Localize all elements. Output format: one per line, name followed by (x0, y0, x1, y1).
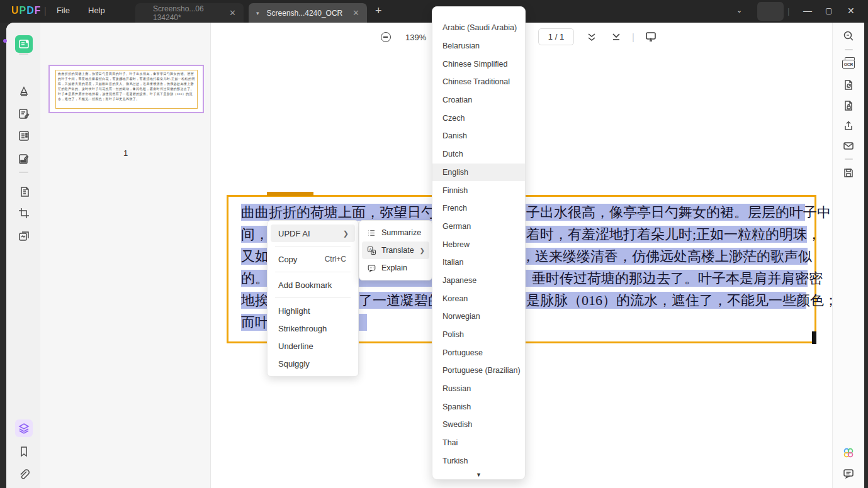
account-button[interactable]: L (757, 2, 784, 21)
maximize-button[interactable]: ▢ (825, 6, 832, 15)
close-button[interactable]: ✕ (847, 6, 855, 16)
form-tool-button[interactable] (15, 127, 33, 145)
language-option-selected[interactable]: English (432, 164, 525, 182)
page-thumbnail[interactable]: 曲曲折折的荷塘上面，弥望日勺是田田的叶子。叶子出水很高，像亭亭日勺舞女的裙。层层… (48, 65, 204, 113)
menu-item-updf-ai[interactable]: UPDF AI ❯ (271, 225, 355, 242)
language-option[interactable]: Portuguese (432, 343, 525, 362)
document-tab-inactive[interactable]: Screensho...06 134240* ✕ (135, 3, 244, 23)
language-option[interactable]: Italian (432, 253, 525, 272)
edit-pdf-button[interactable] (15, 105, 33, 123)
email-icon[interactable] (841, 138, 856, 153)
share-icon[interactable] (841, 118, 856, 133)
language-option[interactable]: Russian (432, 380, 525, 398)
submenu-item-translate[interactable]: A Translate ❯ (362, 241, 429, 259)
organize-pages-button[interactable] (15, 183, 33, 201)
language-option[interactable]: German (432, 218, 525, 236)
language-option[interactable]: Croatian (432, 91, 525, 109)
text-fragment: 着时，有羞涩地打着朵儿时;正如一粒粒的明珠， (526, 226, 821, 242)
new-tab-button[interactable]: + (375, 4, 382, 18)
text-fragment: ，送来缕缕清香，仿佛远处高楼上渺茫的歌声似 (521, 248, 812, 264)
feedback-comment-icon[interactable] (841, 466, 856, 481)
save-icon[interactable] (841, 165, 856, 180)
stamp-tool-button[interactable] (15, 227, 33, 245)
single-page-scroll-icon[interactable] (610, 31, 623, 43)
menu-divider (275, 297, 351, 298)
text-fragment: 曲曲折折的荷塘上面，弥望日勺是 (241, 204, 449, 220)
language-option[interactable]: Hebrew (432, 235, 525, 253)
language-option[interactable]: Korean (432, 289, 525, 308)
menu-item-strikethrough[interactable]: Strikethrough (271, 319, 355, 337)
document-tab-active[interactable]: ▾ Screensh...4240_OCR ✕ (249, 3, 367, 23)
menu-item-highlight[interactable]: Highlight (271, 302, 355, 319)
submenu-item-explain[interactable]: Explain (362, 259, 429, 277)
text-fragment: 子出水很高，像亭亭日勺舞女的裙。层层的叶子中 (526, 204, 831, 220)
zoom-out-button[interactable] (381, 32, 391, 42)
menu-divider (275, 246, 351, 247)
sign-tool-button[interactable] (15, 150, 33, 168)
language-option[interactable]: Arabic (Saudi Arabia) (432, 19, 525, 37)
menu-item-squiggly[interactable]: Squiggly (271, 355, 355, 372)
submenu-arrow-icon: ❯ (343, 230, 349, 238)
protect-button[interactable] (841, 98, 856, 113)
window-separator: | (787, 6, 789, 16)
slideshow-icon[interactable] (645, 30, 657, 43)
continuous-scroll-icon[interactable] (585, 31, 598, 43)
bookmark-panel-button[interactable] (15, 443, 33, 460)
language-option[interactable]: Dutch (432, 145, 525, 164)
translate-language-menu: Arabic (Saudi Arabia) Belarusian Chinese… (432, 6, 526, 480)
tab-dropdown-icon[interactable]: ▾ (256, 10, 259, 16)
convert-button[interactable] (841, 77, 856, 92)
explain-icon (367, 263, 376, 273)
menu-item-copy[interactable]: Copy Ctrl+C (271, 250, 355, 268)
language-option[interactable]: Swedish (432, 416, 525, 434)
ai-assistant-icon[interactable] (841, 445, 856, 460)
language-option[interactable]: Japanese (432, 272, 525, 290)
menu-item-underline[interactable]: Underline (271, 337, 355, 355)
text-fragment: 又如 (241, 248, 269, 264)
translate-icon: A (367, 246, 376, 255)
language-option[interactable]: Turkish (432, 452, 525, 470)
language-option[interactable]: Chinese Traditional (432, 73, 525, 91)
left-toolbar (6, 23, 40, 488)
search-icon[interactable] (841, 28, 856, 43)
crop-tool-button[interactable] (15, 204, 33, 222)
tab-close-icon[interactable]: ✕ (229, 8, 236, 18)
language-option[interactable]: Thai (432, 434, 525, 452)
menu-item-label: UPDF AI (278, 229, 310, 238)
submenu-arrow-icon: ❯ (420, 247, 425, 254)
scroll-more-icon[interactable]: ▼ (432, 470, 525, 480)
menu-item-label: Add Bookmark (278, 280, 332, 290)
language-option[interactable]: Belarusian (432, 37, 525, 55)
thumbnail-text-box: 曲曲折折的荷塘上面，弥望日勺是田田的叶子。叶子出水很高，像亭亭日勺舞女的裙。层层… (55, 70, 198, 109)
chevron-down-icon[interactable]: ⌄ (736, 6, 742, 14)
submenu-item-summarize[interactable]: Summarize (362, 224, 429, 241)
layers-button[interactable] (15, 419, 33, 437)
language-option[interactable]: Chinese Simplified (432, 55, 525, 73)
text-fragment: 地挨 (241, 292, 269, 308)
language-option[interactable]: Spanish (432, 397, 525, 416)
language-option[interactable]: Czech (432, 109, 525, 127)
menu-file[interactable]: File (57, 6, 70, 15)
language-option[interactable]: French (432, 199, 525, 218)
text-cursor (812, 331, 816, 344)
text-block-handle[interactable] (267, 192, 313, 196)
zoom-level[interactable]: 139% (405, 33, 426, 42)
attachment-panel-button[interactable] (15, 465, 33, 483)
minimize-button[interactable]: — (803, 6, 812, 16)
language-option[interactable]: Danish (432, 127, 525, 145)
menu-item-add-bookmark[interactable]: Add Bookmark (271, 276, 355, 294)
comment-tool-button[interactable] (15, 83, 33, 101)
menu-item-label: Squiggly (278, 359, 310, 369)
text-fragment: 间， (241, 226, 269, 242)
language-option[interactable]: Finnish (432, 181, 525, 199)
menu-help[interactable]: Help (88, 6, 105, 15)
logo-separator: | (44, 6, 47, 16)
page-indicator[interactable]: 1 / 1 (538, 28, 574, 45)
ocr-button[interactable]: OCR (841, 57, 856, 72)
tab-close-icon[interactable]: ✕ (352, 8, 359, 18)
reader-mode-button[interactable] (15, 35, 33, 53)
thumbnail-text: 曲曲折折的荷塘上面，弥望日勺是田田的叶子。叶子出水很高，像亭亭日勺舞女的裙。层层… (58, 72, 195, 102)
language-option[interactable]: Polish (432, 326, 525, 344)
language-option[interactable]: Norwegian (432, 308, 525, 326)
language-option[interactable]: Portuguese (Brazilian) (432, 362, 525, 380)
